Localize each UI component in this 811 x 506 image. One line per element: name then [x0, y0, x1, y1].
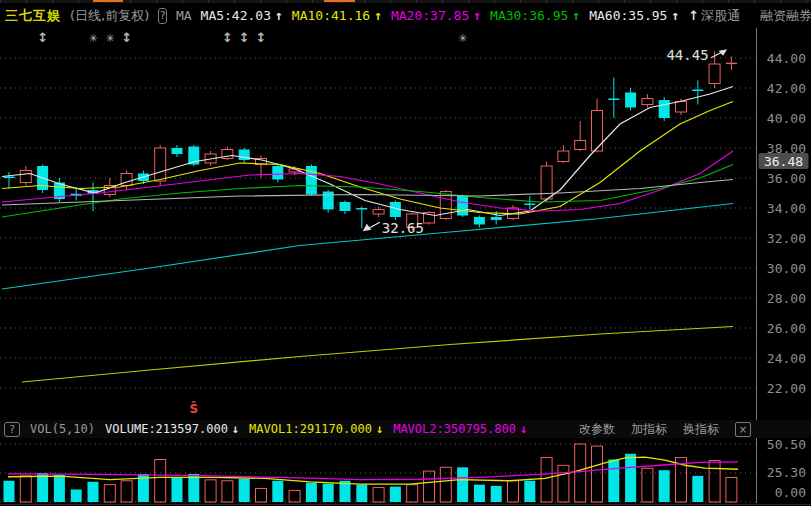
candle-down: [524, 204, 535, 206]
volume-tick-label: 0.00: [775, 485, 806, 500]
candle-down: [340, 202, 351, 211]
volume-bar-up: [592, 446, 603, 502]
volume-bar-down: [239, 479, 250, 502]
candle-down: [659, 100, 670, 118]
candle-down: [692, 90, 703, 92]
volume-bar-up: [407, 485, 418, 502]
volume-bar-down: [625, 454, 636, 502]
price-tick-label: 44.00: [767, 51, 806, 66]
volume-bar-down: [54, 475, 65, 502]
event-marker-icon: ✳: [105, 32, 114, 45]
volume-bar-down: [188, 474, 199, 502]
volume-bar-up: [424, 471, 435, 502]
volume-bar-down: [491, 486, 502, 502]
ma250-line: [22, 327, 733, 383]
candle-up: [709, 64, 720, 84]
switch-indicator-button[interactable]: 换指标: [683, 421, 719, 438]
volume-bar-down: [356, 485, 367, 502]
ma10-value: MA10:41.16: [292, 8, 370, 23]
mavol1-reading: MAVOL1:291170.000 ↓: [249, 422, 383, 436]
candle-up: [642, 99, 653, 105]
active-tab-indicator: [93, 0, 123, 2]
header-actions: ↑ 深股通 融资融券 设置均线 ▼: [688, 7, 811, 25]
candle-down: [272, 166, 283, 180]
ma-group-label: MA: [176, 8, 192, 23]
top-tab-strip: [0, 0, 811, 3]
volume-bar-down: [608, 460, 619, 502]
up-arrow-icon: ↑: [671, 8, 679, 23]
volume-bar-down: [457, 467, 468, 502]
down-arrow-icon: ↓: [520, 422, 527, 436]
volume-bar-up: [222, 481, 233, 502]
margin-trading-label: 融资融券: [760, 7, 811, 25]
mavol1-value: MAVOL1:291170.000: [249, 422, 372, 436]
price-tick-label: 24.00: [767, 351, 806, 366]
price-tick-label: 40.00: [767, 111, 806, 126]
margin-trading-link[interactable]: 融资融券: [760, 7, 811, 25]
signal-marker: Ŝ: [189, 401, 198, 416]
ma30-value: MA30:36.95: [490, 8, 568, 23]
annotation-high: 44.45: [666, 47, 727, 63]
price-tick-label: 30.00: [767, 261, 806, 276]
candle-down: [323, 192, 334, 210]
price-tick-label: 22.00: [767, 381, 806, 396]
volume-bar-down: [4, 481, 15, 502]
mavol2-reading: MAVOL2:350795.800 ↓: [393, 422, 527, 436]
volume-bar-down: [88, 482, 99, 502]
volume-bar-up: [205, 480, 216, 502]
high-price-label: 44.45: [666, 47, 708, 63]
volume-bar-up: [642, 468, 653, 502]
down-arrow-icon: ↓: [232, 422, 239, 436]
event-marker-icon: ✳: [458, 32, 467, 45]
candle-down: [491, 217, 502, 220]
edit-params-button[interactable]: 改参数: [579, 421, 615, 438]
ma20-line: [2, 151, 733, 211]
volume-bar-down: [390, 487, 401, 502]
current-price-label: 36.48: [764, 154, 803, 169]
ma20-reading: MA20:37.85 ↑: [391, 8, 481, 23]
volume-help-icon[interactable]: ?: [4, 422, 20, 437]
ma20-value: MA20:37.85: [391, 8, 469, 23]
help-icon[interactable]: ?: [158, 8, 167, 24]
volume-bar-down: [659, 470, 670, 502]
add-indicator-button[interactable]: 加指标: [631, 421, 667, 438]
ma10-line: [2, 102, 733, 215]
ma5-reading: MA5:42.03 ↑: [201, 8, 283, 23]
shenzhen-connect-link[interactable]: ↑ 深股通: [688, 7, 740, 25]
volume-bar-down: [272, 481, 283, 502]
volume-bar-up: [541, 458, 552, 502]
volume-bar-up: [558, 465, 569, 502]
up-arrow-icon: ↑: [275, 8, 283, 23]
volume-bar-up: [20, 476, 31, 502]
ma60-reading: MA60:35.95 ↑: [589, 8, 679, 23]
ma30-reading: MA30:36.95 ↑: [490, 8, 580, 23]
volume-bar-up: [155, 460, 166, 502]
event-marker-icon: ↕: [222, 30, 233, 45]
candle-down: [625, 93, 636, 108]
close-indicator-button[interactable]: ×: [735, 422, 751, 437]
candle-up: [558, 151, 569, 162]
up-arrow-icon: ↑: [374, 8, 382, 23]
shenzhen-connect-label: 深股通: [701, 7, 740, 25]
volume-bar-up: [289, 490, 300, 502]
volume-tick-label: 50.50: [767, 437, 806, 452]
candlesticks[interactable]: [4, 51, 737, 230]
down-arrow-icon: ↓: [376, 422, 383, 436]
event-marker-icon: ↕: [256, 30, 267, 45]
candle-up: [676, 102, 687, 113]
volume-bar-down: [306, 483, 317, 502]
volume-bar-down: [172, 477, 183, 502]
period-label: (日线,前复权): [70, 7, 149, 25]
mavol2-value: MAVOL2:350795.800: [393, 422, 516, 436]
volume-bar-down: [692, 476, 703, 502]
stock-name: 三七互娱: [5, 7, 61, 25]
volume-bar-up: [726, 477, 737, 502]
event-marker-icon: ↕: [37, 30, 48, 45]
event-marker-icon: ↕: [239, 30, 250, 45]
ma60-value: MA60:35.95: [589, 8, 667, 23]
event-marker-icon: ↕: [121, 30, 132, 45]
candle-up: [20, 171, 31, 183]
volume-indicator-label: VOL(5,10): [30, 422, 95, 436]
volume-bar-down: [524, 481, 535, 502]
main-chart-header: 三七互娱 (日线,前复权) ? MA MA5:42.03 ↑ MA10:41.1…: [0, 3, 811, 28]
